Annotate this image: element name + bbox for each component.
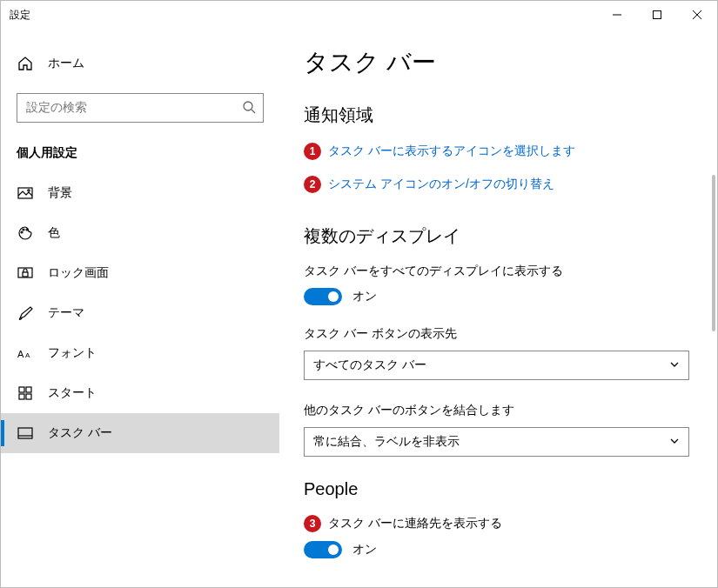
system-icons-link[interactable]: システム アイコンのオン/オフの切り替え: [328, 177, 554, 192]
show-all-displays-toggle[interactable]: [304, 288, 342, 305]
chevron-down-icon: [669, 435, 680, 449]
font-icon: AA: [17, 344, 34, 362]
svg-point-8: [21, 231, 23, 233]
nav-item-start[interactable]: スタート: [1, 373, 279, 413]
nav-item-themes[interactable]: テーマ: [1, 293, 279, 333]
button-destination-select[interactable]: すべてのタスク バー: [304, 351, 689, 380]
nav-item-taskbar[interactable]: タスク バー: [1, 413, 279, 453]
show-contacts-label: タスク バーに連絡先を表示する: [328, 516, 502, 531]
combine-buttons-select[interactable]: 常に結合、ラベルを非表示: [304, 427, 689, 457]
people-header: People: [304, 479, 689, 499]
annotation-badge-2: 2: [304, 176, 321, 193]
nav-item-background[interactable]: 背景: [1, 173, 279, 213]
button-destination-label: タスク バー ボタンの表示先: [304, 326, 689, 342]
home-icon: [17, 55, 34, 72]
scrollbar-thumb[interactable]: [712, 175, 715, 331]
chevron-down-icon: [669, 358, 680, 372]
lockscreen-icon: [17, 264, 34, 282]
button-destination-value: すべてのタスク バー: [313, 357, 426, 373]
svg-text:A: A: [17, 349, 24, 359]
picture-icon: [17, 184, 34, 202]
svg-rect-17: [19, 394, 24, 399]
minimize-button[interactable]: [597, 1, 637, 29]
search-placeholder: 設定の検索: [26, 100, 242, 116]
svg-line-5: [252, 110, 255, 113]
svg-rect-16: [26, 387, 31, 392]
svg-rect-1: [654, 11, 661, 19]
nav-item-colors[interactable]: 色: [1, 213, 279, 253]
nav-label: 背景: [48, 185, 72, 201]
svg-point-9: [23, 229, 24, 231]
nav-item-lockscreen[interactable]: ロック画面: [1, 253, 279, 293]
home-button[interactable]: ホーム: [1, 48, 279, 79]
svg-rect-12: [23, 272, 28, 277]
multiple-displays-header: 複数のディスプレイ: [304, 224, 689, 248]
nav-label: タスク バー: [48, 425, 112, 441]
show-contacts-toggle[interactable]: [304, 541, 342, 558]
window-title: 設定: [10, 8, 30, 23]
combine-buttons-label: 他のタスク バーのボタンを結合します: [304, 403, 689, 418]
nav-label: テーマ: [48, 305, 84, 321]
search-input[interactable]: 設定の検索: [17, 93, 264, 123]
start-icon: [17, 384, 34, 402]
svg-text:A: A: [25, 351, 30, 359]
nav-label: フォント: [48, 345, 97, 361]
taskbar-icon: [17, 424, 34, 442]
show-contacts-state: オン: [352, 542, 377, 558]
annotation-badge-3: 3: [304, 515, 321, 532]
sidebar: ホーム 設定の検索 個人用設定 背景 色 ロック画面: [1, 29, 279, 587]
nav-label: スタート: [48, 385, 97, 401]
content-pane: タスク バー 通知領域 1 タスク バーに表示するアイコンを選択します 2 シス…: [279, 29, 717, 587]
svg-rect-18: [26, 394, 31, 399]
svg-rect-19: [18, 428, 32, 438]
palette-icon: [17, 224, 34, 242]
nav-label: ロック画面: [48, 265, 109, 281]
nav-label: 色: [48, 225, 60, 241]
select-icons-link[interactable]: タスク バーに表示するアイコンを選択します: [328, 144, 575, 159]
svg-point-4: [244, 102, 252, 110]
home-label: ホーム: [48, 56, 84, 71]
show-all-displays-label: タスク バーをすべてのディスプレイに表示する: [304, 264, 689, 279]
brush-icon: [17, 304, 34, 322]
notification-area-header: 通知領域: [304, 104, 689, 127]
svg-point-7: [28, 190, 30, 191]
svg-point-10: [26, 229, 28, 231]
show-all-displays-state: オン: [352, 289, 377, 304]
section-header: 個人用設定: [1, 140, 279, 173]
combine-buttons-value: 常に結合、ラベルを非表示: [313, 434, 460, 450]
search-icon: [242, 100, 256, 117]
maximize-button[interactable]: [637, 1, 677, 29]
svg-rect-15: [19, 387, 24, 392]
annotation-badge-1: 1: [304, 143, 321, 160]
close-button[interactable]: [677, 1, 717, 29]
page-title: タスク バー: [304, 46, 689, 79]
nav-item-fonts[interactable]: AA フォント: [1, 333, 279, 373]
